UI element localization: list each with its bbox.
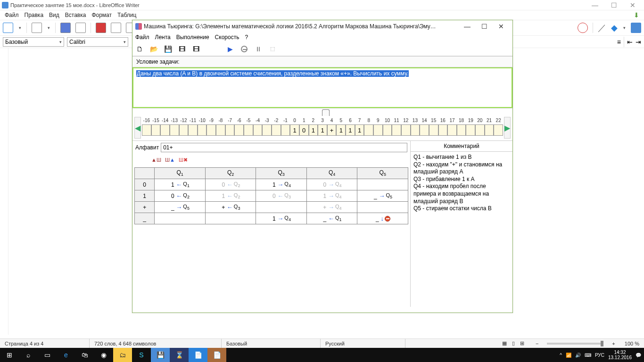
tape-cell[interactable]: 0 — [299, 124, 309, 136]
lo-menu-table[interactable]: Таблиц — [115, 12, 139, 18]
tm-stop-icon[interactable] — [240, 45, 248, 53]
transition-cell[interactable]: _→Q5 — [357, 190, 408, 202]
tape-cell[interactable] — [281, 124, 290, 136]
insert-col-left-icon[interactable]: ▲Ш — [151, 157, 161, 163]
transition-cell[interactable]: 0→Q4 — [306, 179, 357, 190]
tray-notifications-icon[interactable]: 💬 — [636, 353, 641, 358]
lo-menu-format[interactable]: Формат — [89, 12, 115, 18]
edge-icon[interactable]: e — [57, 348, 75, 362]
tape-cell[interactable] — [160, 124, 170, 136]
store-icon[interactable]: 🛍 — [75, 348, 94, 362]
tape-cell[interactable]: 1 — [355, 124, 364, 136]
indent-dec-icon[interactable]: ⇤ — [627, 38, 633, 46]
chrome-icon[interactable]: ◉ — [94, 348, 113, 362]
tape-cell[interactable] — [170, 124, 179, 136]
state-column-header[interactable]: Q2 — [205, 168, 256, 179]
saveas-icon[interactable] — [75, 23, 86, 33]
tape-cell[interactable]: 1 — [309, 124, 318, 136]
symbol-row-header[interactable]: 1 — [135, 190, 155, 202]
pdf-icon[interactable] — [96, 23, 106, 33]
lo-menu-insert[interactable]: Вставка — [62, 12, 89, 18]
task-app1-icon[interactable]: ⌛ — [170, 348, 189, 362]
transition-cell[interactable]: 0←Q2 — [155, 190, 206, 202]
zoom-in-icon[interactable]: + — [607, 341, 619, 346]
symbol-row-header[interactable]: 0 — [135, 179, 155, 190]
tape-cell[interactable] — [420, 124, 429, 136]
lo-minimize-button[interactable]: — — [586, 1, 604, 9]
task-app2-icon[interactable]: 📄 — [207, 348, 226, 362]
tape-cell[interactable] — [253, 124, 263, 136]
tape-cell[interactable] — [225, 124, 235, 136]
shape-icon[interactable]: ◆ — [611, 23, 618, 33]
tape-cell[interactable] — [216, 124, 225, 136]
tm-maximize-button[interactable]: ☐ — [476, 23, 493, 30]
tape-scroll-left[interactable]: ◀ — [134, 117, 141, 139]
tape-cell[interactable] — [272, 124, 281, 136]
tape-cell[interactable] — [198, 124, 207, 136]
new-doc-icon[interactable] — [3, 23, 13, 33]
state-column-header[interactable]: Q5 — [357, 168, 408, 179]
tape-cell[interactable] — [364, 124, 373, 136]
tape-cell[interactable] — [401, 124, 411, 136]
transition-cell[interactable]: 1→Q4 — [306, 190, 357, 202]
save-icon[interactable] — [60, 23, 71, 33]
tm-menu-run[interactable]: Выполнение — [176, 34, 209, 41]
font-combo[interactable]: Calibri▾ — [67, 37, 128, 47]
transition-cell[interactable]: 0←Q3 — [256, 190, 307, 202]
lo-menu-edit[interactable]: Правка — [22, 12, 47, 18]
tm-menu-file[interactable]: Файл — [135, 34, 149, 41]
tray-clock[interactable]: 14:32 13.12.2016 — [608, 350, 632, 360]
transition-cell[interactable]: 1←Q2 — [205, 190, 256, 202]
clipboard-icon[interactable] — [111, 23, 121, 33]
tm-task-textarea[interactable]: Даны два числа (A и B) в двоичной систем… — [132, 67, 512, 108]
tape-cell[interactable] — [383, 124, 392, 136]
transition-cell[interactable]: +←Q3 — [205, 202, 256, 213]
tm-tape2-icon[interactable]: 🎞 — [192, 45, 200, 53]
tape-cell[interactable]: 1 — [290, 124, 299, 136]
lo-close-button[interactable]: ✕ — [623, 1, 642, 9]
state-column-header[interactable]: Q1 — [155, 168, 206, 179]
line-icon[interactable]: ／ — [598, 22, 606, 33]
symbol-row-header[interactable]: + — [135, 202, 155, 213]
task-writer-icon[interactable]: 📄 — [189, 348, 207, 362]
tm-open-icon[interactable]: 📂 — [149, 45, 158, 53]
tm-menu-help[interactable]: ? — [245, 34, 248, 41]
tape-cell[interactable]: 1 — [318, 124, 327, 136]
transition-cell[interactable]: _←Q1 — [306, 213, 357, 224]
indent-inc-icon[interactable]: ⇥ — [636, 38, 641, 46]
transition-table[interactable]: Q1Q2Q3Q4Q501←Q10←Q21→Q40→Q410←Q21←Q20←Q3… — [134, 167, 408, 224]
zoom-out-icon[interactable]: − — [531, 341, 543, 346]
tape-cell[interactable] — [142, 124, 151, 136]
comment-text[interactable]: Q1 - вычитание 1 из BQ2 - находим "+" и … — [411, 152, 512, 214]
alphabet-input[interactable] — [161, 143, 407, 152]
transition-cell[interactable] — [155, 213, 206, 224]
tape-scroll-right[interactable]: ▶ — [504, 117, 511, 139]
symbol-row-header[interactable]: _ — [135, 213, 155, 224]
taskview-icon[interactable]: ▭ — [38, 348, 57, 362]
tray-chevron-icon[interactable]: ^ — [560, 353, 562, 358]
tape-cell[interactable] — [244, 124, 253, 136]
tray-network-icon[interactable]: 📶 — [566, 353, 571, 358]
tm-save-icon[interactable]: 💾 — [164, 45, 172, 53]
transition-cell[interactable]: 1←Q1 — [155, 179, 206, 190]
tape-cell[interactable]: 1 — [346, 124, 355, 136]
transition-cell[interactable]: _→Q5 — [155, 202, 206, 213]
tape-cell[interactable] — [457, 124, 466, 136]
tape-cell[interactable] — [392, 124, 401, 136]
tape-cell[interactable] — [429, 124, 438, 136]
search-icon[interactable]: ⌕ — [19, 348, 38, 362]
tape-cell[interactable] — [438, 124, 448, 136]
state-column-header[interactable]: Q4 — [306, 168, 357, 179]
lo-menu-view[interactable]: Вид — [46, 12, 62, 18]
tape-cell[interactable] — [494, 124, 503, 136]
print-icon[interactable] — [32, 23, 42, 33]
status-view-icons[interactable]: ▦ ▯ ⊞ — [497, 340, 531, 346]
tape-cell[interactable] — [475, 124, 485, 136]
lo-menu-file[interactable]: Файл — [2, 12, 22, 18]
tape-cell[interactable] — [188, 124, 198, 136]
record-changes-icon[interactable] — [578, 23, 588, 33]
transition-cell[interactable]: 0←Q2 — [205, 179, 256, 190]
transition-cell[interactable] — [357, 202, 408, 213]
task-floppy-icon[interactable]: 💾 — [151, 348, 170, 362]
transition-cell[interactable]: 1→Q4 — [256, 213, 307, 224]
